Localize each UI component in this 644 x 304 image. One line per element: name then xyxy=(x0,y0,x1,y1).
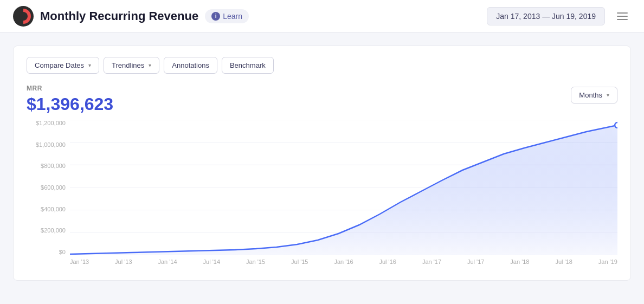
compare-dates-label: Compare Dates xyxy=(35,61,84,69)
y-label-600k: $600,000 xyxy=(27,184,70,191)
x-label-jul13: Jul '13 xyxy=(115,258,132,265)
x-label-jan15: Jan '15 xyxy=(246,258,265,265)
menu-icon xyxy=(617,12,628,14)
x-label-jul14: Jul '14 xyxy=(203,258,220,265)
toolbar: Compare Dates ▾ Trendlines ▾ Annotations… xyxy=(27,57,617,74)
y-label-0: $0 xyxy=(27,249,70,255)
date-range-display[interactable]: Jan 17, 2013 — Jun 19, 2019 xyxy=(487,7,605,25)
chart-plot xyxy=(70,120,617,255)
chevron-down-icon-granularity: ▾ xyxy=(607,92,609,98)
x-label-jan17: Jan '17 xyxy=(422,258,441,265)
y-label-200k: $200,000 xyxy=(27,227,70,234)
x-label-jul17: Jul '17 xyxy=(467,258,484,265)
chevron-down-icon: ▾ xyxy=(88,62,91,68)
x-label-jul18: Jul '18 xyxy=(555,258,572,265)
benchmark-button[interactable]: Benchmark xyxy=(222,57,274,74)
chart-area: $1,200,000 $1,000,000 $800,000 $600,000 … xyxy=(27,120,617,271)
menu-icon-line3 xyxy=(617,19,628,20)
trendlines-button[interactable]: Trendlines ▾ xyxy=(104,57,159,74)
logo-mark xyxy=(16,9,31,24)
learn-button[interactable]: i Learn xyxy=(205,9,249,23)
chart-endpoint-dot xyxy=(615,122,617,128)
annotations-button[interactable]: Annotations xyxy=(164,57,217,74)
metric-area: MRR $1,396,623 Months ▾ xyxy=(27,85,617,114)
x-label-jan19: Jan '19 xyxy=(598,258,617,265)
logo-icon xyxy=(13,6,34,27)
x-axis: Jan '13 Jul '13 Jan '14 Jul '14 Jan '15 … xyxy=(70,255,617,271)
y-axis: $1,200,000 $1,000,000 $800,000 $600,000 … xyxy=(27,120,70,255)
chart-svg xyxy=(70,120,617,255)
granularity-label: Months xyxy=(579,91,602,99)
annotations-label: Annotations xyxy=(172,61,209,69)
header-left: Monthly Recurring Revenue i Learn xyxy=(13,6,249,27)
header-right: Jan 17, 2013 — Jun 19, 2019 xyxy=(487,7,631,25)
x-label-jan14: Jan '14 xyxy=(158,258,177,265)
menu-icon-line2 xyxy=(617,16,628,17)
app-container: Monthly Recurring Revenue i Learn Jan 17… xyxy=(0,0,644,304)
chevron-down-icon-trendlines: ▾ xyxy=(149,62,151,68)
info-icon: i xyxy=(211,12,220,21)
page-title: Monthly Recurring Revenue xyxy=(40,9,198,23)
benchmark-label: Benchmark xyxy=(230,61,266,69)
learn-label: Learn xyxy=(223,12,242,21)
x-label-jan16: Jan '16 xyxy=(334,258,353,265)
compare-dates-button[interactable]: Compare Dates ▾ xyxy=(27,57,99,74)
x-label-jan13: Jan '13 xyxy=(70,258,89,265)
menu-button[interactable] xyxy=(614,9,631,23)
metric-value: $1,396,623 xyxy=(27,94,113,114)
x-label-jan18: Jan '18 xyxy=(510,258,529,265)
y-label-400k: $400,000 xyxy=(27,206,70,212)
y-label-1200k: $1,200,000 xyxy=(27,120,70,126)
metric-block: MRR $1,396,623 xyxy=(27,85,113,114)
content-area: Compare Dates ▾ Trendlines ▾ Annotations… xyxy=(0,33,644,294)
x-label-jul15: Jul '15 xyxy=(291,258,308,265)
chart-card: Compare Dates ▾ Trendlines ▾ Annotations… xyxy=(13,46,631,281)
x-label-jul16: Jul '16 xyxy=(379,258,396,265)
metric-label: MRR xyxy=(27,85,113,92)
trendlines-label: Trendlines xyxy=(112,61,144,69)
y-label-1000k: $1,000,000 xyxy=(27,141,70,148)
granularity-button[interactable]: Months ▾ xyxy=(571,87,617,104)
header: Monthly Recurring Revenue i Learn Jan 17… xyxy=(0,0,644,33)
y-label-800k: $800,000 xyxy=(27,163,70,169)
